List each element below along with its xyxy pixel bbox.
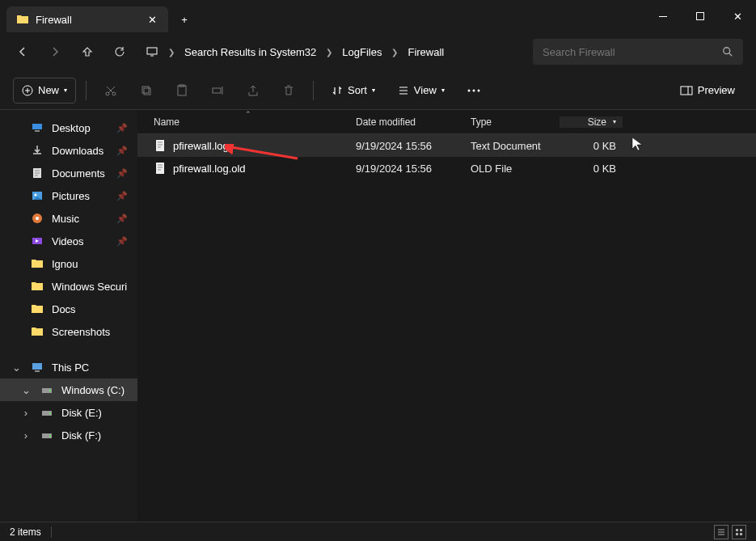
sidebar-item-documents[interactable]: Documents📌: [0, 162, 137, 184]
paste-button[interactable]: [167, 78, 196, 104]
chevron-down-icon: ⌄: [10, 361, 23, 374]
folder-icon: [16, 13, 29, 26]
sidebar-item-label: Ignou: [52, 258, 78, 270]
up-button[interactable]: [78, 42, 97, 61]
svg-point-20: [35, 194, 37, 197]
column-date[interactable]: Date modified: [349, 116, 464, 128]
sidebar: Desktop📌Downloads📌Documents📌Pictures📌Mus…: [0, 110, 137, 522]
text-file-icon: [154, 139, 167, 152]
folder-icon: [31, 280, 44, 293]
sidebar-item-music[interactable]: Music📌: [0, 207, 137, 230]
sidebar-drive[interactable]: ›Disk (E:): [0, 401, 137, 424]
monitor-icon: [146, 45, 158, 58]
share-icon: [247, 84, 260, 97]
rename-button[interactable]: [203, 78, 232, 104]
back-button[interactable]: [13, 42, 32, 61]
sidebar-item-docs[interactable]: Docs: [0, 298, 137, 320]
column-type[interactable]: Type: [464, 116, 560, 128]
svg-rect-37: [740, 533, 742, 535]
file-row[interactable]: pfirewall.log 9/19/2024 15:56 Text Docum…: [137, 134, 756, 157]
svg-point-3: [724, 48, 730, 54]
share-button[interactable]: [239, 78, 268, 104]
svg-point-31: [49, 435, 51, 437]
svg-point-29: [49, 412, 51, 414]
svg-rect-7: [142, 87, 149, 93]
chevron-right-icon: ❯: [168, 48, 175, 57]
sidebar-drive[interactable]: ⌄Windows (C:): [0, 378, 137, 401]
preview-button[interactable]: Preview: [672, 78, 743, 104]
sidebar-item-label: Documents: [52, 167, 105, 180]
pin-icon: 📌: [116, 168, 128, 179]
sidebar-item-windows-securi[interactable]: Windows Securi: [0, 275, 137, 298]
minimize-button[interactable]: [644, 0, 682, 32]
drive-icon: [40, 383, 53, 396]
chevron-icon: ›: [19, 407, 32, 419]
more-button[interactable]: [459, 78, 488, 104]
chevron-down-icon: ▾: [613, 118, 616, 125]
delete-button[interactable]: [274, 78, 303, 104]
pin-icon: 📌: [116, 123, 128, 133]
new-tab-button[interactable]: +: [171, 6, 197, 32]
pin-icon: 📌: [116, 236, 128, 247]
file-date: 9/19/2024 15:56: [349, 140, 464, 152]
file-name: pfirewall.log.old: [173, 163, 246, 175]
refresh-button[interactable]: [110, 42, 129, 61]
sidebar-drive[interactable]: ›Disk (F:): [0, 424, 137, 446]
svg-point-13: [472, 89, 475, 91]
sort-indicator-icon: ⌃: [245, 110, 251, 118]
cut-button[interactable]: [96, 78, 125, 104]
sidebar-this-pc[interactable]: ⌄ This PC: [0, 356, 137, 378]
column-headers: Name ⌃ Date modified Type Size▾: [137, 110, 756, 134]
close-tab-icon[interactable]: ✕: [146, 13, 158, 26]
column-size[interactable]: Size▾: [560, 116, 623, 128]
chevron-icon: ›: [19, 429, 32, 442]
chevron-down-icon: ▾: [441, 87, 445, 94]
pc-icon: [31, 361, 44, 374]
sidebar-item-desktop[interactable]: Desktop📌: [0, 116, 137, 139]
svg-rect-1: [697, 13, 704, 20]
pictures-icon: [31, 189, 44, 202]
sidebar-item-label: Desktop: [52, 122, 91, 134]
large-icons-view-button[interactable]: [732, 525, 746, 539]
sidebar-item-screenshots[interactable]: Screenshots: [0, 320, 137, 343]
breadcrumb-item[interactable]: LogFiles: [342, 46, 382, 58]
pin-icon: 📌: [116, 191, 128, 201]
sidebar-item-label: Pictures: [52, 190, 90, 202]
folder-icon: [31, 302, 44, 315]
breadcrumb-item[interactable]: Firewall: [408, 46, 444, 58]
pin-icon: 📌: [116, 213, 128, 224]
sidebar-item-pictures[interactable]: Pictures📌: [0, 184, 137, 207]
maximize-button[interactable]: [682, 0, 719, 32]
paste-icon: [175, 84, 188, 97]
chevron-right-icon: ❯: [391, 48, 398, 57]
sidebar-item-label: Music: [52, 213, 79, 225]
sort-button[interactable]: Sort ▾: [323, 78, 383, 104]
file-name: pfirewall.log: [173, 140, 229, 152]
toolbar: New ▾ Sort ▾ View ▾ Preview: [0, 71, 756, 110]
sidebar-item-ignou[interactable]: Ignou: [0, 252, 137, 275]
sidebar-item-videos[interactable]: Videos📌: [0, 230, 137, 252]
sort-icon: [332, 85, 343, 96]
copy-button[interactable]: [132, 78, 161, 104]
sidebar-item-downloads[interactable]: Downloads📌: [0, 139, 137, 162]
window-tab[interactable]: Firewall ✕: [6, 6, 168, 32]
search-box[interactable]: [533, 39, 743, 65]
new-button[interactable]: New ▾: [13, 78, 76, 104]
svg-point-12: [467, 89, 470, 91]
svg-rect-11: [213, 88, 221, 93]
breadcrumb-item[interactable]: Search Results in System32: [184, 46, 316, 58]
svg-rect-9: [178, 86, 186, 95]
sidebar-item-label: Downloads: [52, 145, 103, 157]
videos-icon: [31, 235, 44, 247]
view-icon: [398, 85, 409, 96]
column-name[interactable]: Name ⌃: [147, 116, 349, 128]
search-input[interactable]: [543, 46, 716, 58]
rename-icon: [211, 84, 224, 97]
details-view-button[interactable]: [714, 525, 729, 539]
close-window-button[interactable]: ✕: [719, 0, 756, 32]
svg-rect-8: [144, 88, 150, 95]
file-row[interactable]: pfirewall.log.old 9/19/2024 15:56 OLD Fi…: [137, 157, 756, 180]
forward-button[interactable]: [45, 42, 65, 61]
svg-rect-15: [681, 87, 692, 95]
view-button[interactable]: View ▾: [390, 78, 453, 104]
